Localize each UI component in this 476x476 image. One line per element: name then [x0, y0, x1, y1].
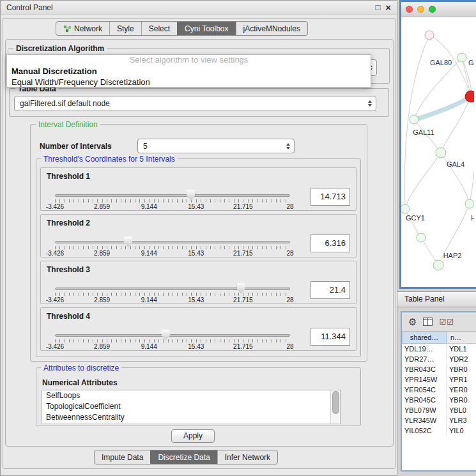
threshold-value-field[interactable]: 21.4 [311, 281, 350, 299]
numerical-attributes-label: Numerical Attributes [42, 378, 118, 387]
list-item[interactable]: TopologicalCoefficient [42, 401, 340, 412]
tab-style[interactable]: Style [109, 22, 141, 35]
settings-gear-icon[interactable]: ⚙ [408, 317, 417, 326]
table-cell[interactable]: YDR2 [447, 354, 476, 364]
threshold-slider[interactable]: -3.426 2.859 9.144 15.43 21.715 28 [55, 334, 290, 351]
table-row[interactable]: YIL052CYIL0 [402, 426, 476, 436]
popup-option-manual-discretization[interactable]: Manual Discretization [7, 66, 371, 77]
table-row[interactable]: YDL19…YDL1 [402, 344, 476, 354]
list-item[interactable]: BetweennessCentrality [42, 412, 340, 423]
select-columns-icon[interactable]: ☑☑ [439, 318, 454, 326]
table-row[interactable]: YBR045CYBR0 [402, 395, 476, 405]
scale-label: 15.43 [188, 343, 204, 350]
column-header-shared-name[interactable]: shared… [402, 332, 447, 344]
table-row[interactable]: YPR145WYPR1 [402, 374, 476, 385]
tab-jactivemnodules[interactable]: jActiveMNodules [236, 22, 307, 35]
column-header-name[interactable]: n… [447, 332, 476, 344]
table-cell[interactable]: YLR3 [447, 415, 476, 426]
network-node [417, 233, 426, 242]
float-window-icon[interactable]: □ [375, 3, 380, 12]
number-of-intervals-label: Number of Intervals [40, 142, 112, 151]
numerical-attributes-list[interactable]: SelfLoopsTopologicalCoefficientBetweenne… [42, 390, 341, 424]
table-cell[interactable]: YIL0 [447, 426, 476, 436]
tab-infer-network[interactable]: Infer Network [217, 450, 277, 464]
table-row[interactable]: YDR27…YDR2 [402, 354, 476, 364]
node-label: HAP2 [443, 252, 462, 259]
list-scrollbar[interactable] [330, 390, 340, 424]
table-cell[interactable]: YER054C [402, 385, 447, 395]
column-layout-icon[interactable] [423, 318, 433, 326]
network-node [457, 53, 466, 62]
table-cell[interactable]: YDL1 [447, 344, 476, 354]
network-nodes[interactable] [401, 31, 474, 270]
table-cell[interactable]: YBR043C [402, 364, 447, 374]
scale-label: -3.426 [46, 296, 64, 303]
slider-track[interactable] [55, 241, 290, 243]
tab-impute-data[interactable]: Impute Data [95, 450, 150, 464]
table-cell[interactable]: YBR045C [402, 395, 447, 405]
table-row[interactable]: YBL079WYBL0 [402, 405, 476, 415]
threshold-slider[interactable]: -3.426 2.859 9.144 15.43 21.715 28 [55, 194, 290, 211]
close-window-icon[interactable]: × [385, 3, 391, 12]
slider-track[interactable] [55, 288, 290, 290]
table-cell[interactable]: YDL19… [402, 344, 447, 354]
table-cell[interactable]: YLR345W [402, 415, 447, 426]
minimize-traffic-light-icon[interactable] [417, 6, 424, 13]
tab-label: Infer Network [225, 453, 270, 462]
scrollbar-thumb[interactable] [332, 391, 339, 414]
table-cell[interactable]: YBL0 [447, 405, 476, 415]
table-cell[interactable]: YBR0 [447, 364, 476, 374]
popup-option-equal-width-frequency[interactable]: Equal Width/Frequency Discretization [7, 77, 371, 88]
table-row[interactable]: YER054CYER0 [402, 385, 476, 395]
tab-label: jActiveMNodules [243, 24, 300, 33]
node-table-body[interactable]: YDL19…YDL1YDR27…YDR2YBR043CYBR0YPR145WYP… [402, 344, 476, 470]
threshold-value-field[interactable]: 14.713 [311, 188, 350, 206]
popup-placeholder-item[interactable]: Select algorithm to view settings [7, 55, 371, 66]
tab-select[interactable]: Select [141, 22, 177, 35]
network-node [410, 115, 418, 124]
scale-label: 28 [286, 296, 293, 303]
table-cell[interactable]: YER0 [447, 385, 476, 395]
table-row[interactable]: YBR043CYBR0 [402, 364, 476, 374]
table-data-combobox[interactable]: galFiltered.sif default node [14, 96, 376, 111]
table-cell[interactable]: YPR145W [402, 374, 447, 385]
table-cell[interactable]: YDR27… [402, 354, 447, 364]
table-cell[interactable]: YIL052C [402, 426, 447, 436]
tab-label: Impute Data [102, 453, 143, 462]
apply-button[interactable]: Apply [171, 429, 215, 443]
list-item[interactable]: SelfLoops [42, 390, 340, 401]
scale-label: 2.859 [94, 250, 110, 257]
table-cell[interactable]: YPR1 [447, 374, 476, 385]
scale-label: 15.43 [188, 203, 204, 210]
node-label: GAL80 [430, 59, 452, 66]
table-cell[interactable]: YBL079W [402, 405, 447, 415]
network-node [465, 199, 474, 208]
scale-label: 9.144 [141, 203, 157, 210]
table-cell[interactable]: YBR0 [447, 395, 476, 405]
scale-label: 2.859 [94, 203, 110, 210]
tab-discretize-data[interactable]: Discretize Data [150, 450, 217, 464]
scale-label: 21.715 [233, 343, 253, 350]
node-label: GAL4 [447, 160, 464, 168]
highlighted-edge[interactable] [413, 96, 471, 121]
scale-label: -3.426 [46, 203, 64, 210]
slider-track[interactable] [55, 334, 290, 337]
threshold-value-field[interactable]: 11.344 [311, 328, 350, 346]
slider-track[interactable] [55, 194, 290, 197]
scale-label: -3.426 [46, 343, 64, 350]
zoom-traffic-light-icon[interactable] [429, 6, 436, 13]
control-panel-titlebar[interactable]: Control Panel □ × [1, 1, 397, 15]
threshold-slider[interactable]: -3.426 2.859 9.144 15.43 21.715 28 [55, 241, 290, 257]
table-data-selected-value: galFiltered.sif default node [20, 96, 364, 111]
combo-stepper-icon [286, 143, 290, 150]
threshold-slider[interactable]: -3.426 2.859 9.144 15.43 21.715 28 [55, 288, 290, 304]
network-window-titlebar[interactable] [401, 2, 476, 17]
table-row[interactable]: YLR345WYLR3 [402, 415, 476, 426]
table-panel-header[interactable]: Table Panel [397, 291, 476, 307]
threshold-value-field[interactable]: 6.316 [311, 234, 350, 252]
close-traffic-light-icon[interactable] [406, 6, 413, 13]
network-canvas[interactable]: GAL80 GA GAL11 GAL4 GCY1 H HAP2 [401, 17, 476, 287]
tab-network[interactable]: Network [56, 22, 109, 35]
tab-cyni-toolbox[interactable]: Cyni Toolbox [177, 22, 235, 35]
number-of-intervals-combobox[interactable]: 5 [137, 139, 295, 153]
